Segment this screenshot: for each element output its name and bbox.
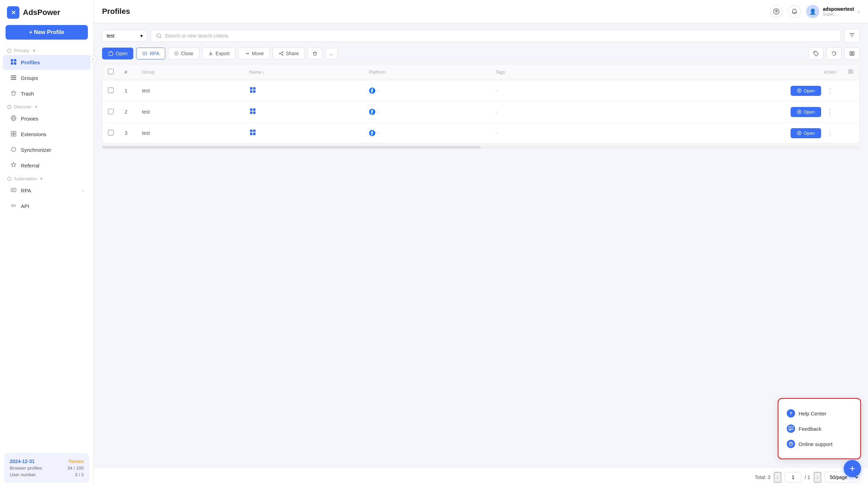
column-settings-button[interactable] xyxy=(844,47,860,60)
filter-button[interactable] xyxy=(844,29,860,42)
svg-rect-13 xyxy=(14,134,16,136)
user-number-value: 3 / 3 xyxy=(75,472,84,477)
row-num: 1 xyxy=(119,80,136,101)
help-popup: ? Help Center Feedback Online support xyxy=(778,398,861,459)
row-open-button[interactable]: Open xyxy=(791,107,821,117)
action-row: Open RPA Close Export Move Share xyxy=(102,47,860,60)
row-action-cell: Open ⋮ xyxy=(584,123,842,144)
synchronizer-icon xyxy=(10,146,17,154)
prev-page-button[interactable]: ‹ xyxy=(774,472,781,482)
sidebar-item-api[interactable]: API xyxy=(3,199,91,214)
table-header-platform: Platform xyxy=(363,64,490,80)
notification-icon-btn[interactable] xyxy=(788,5,801,18)
online-support-item[interactable]: Online support xyxy=(787,436,852,452)
close-button[interactable]: Close xyxy=(168,48,199,59)
row-checkbox[interactable] xyxy=(108,88,114,93)
referral-label: Referral xyxy=(21,163,39,168)
rpa-label: RPA xyxy=(21,188,31,193)
svg-point-22 xyxy=(282,54,283,55)
svg-rect-45 xyxy=(250,133,252,135)
platform-dash: - xyxy=(377,109,379,115)
refresh-icon xyxy=(831,50,837,57)
svg-rect-7 xyxy=(11,79,16,80)
row-platform: - xyxy=(363,123,490,144)
windows-icon xyxy=(249,130,256,137)
row-checkbox-cell[interactable] xyxy=(102,123,119,144)
online-support-icon xyxy=(787,440,795,448)
topbar: Profiles 👤 adspowertest Super... › xyxy=(94,0,868,23)
page-number-input[interactable] xyxy=(785,472,801,482)
logo-icon: ✕ xyxy=(7,6,19,19)
sidebar-collapse-button[interactable]: ‹ xyxy=(90,56,97,63)
row-extra xyxy=(842,123,859,144)
delete-button[interactable] xyxy=(308,48,322,59)
open-icon xyxy=(108,51,114,56)
toolbar-row: test ▾ Search or new search criteria xyxy=(102,29,860,42)
search-placeholder: Search or new search criteria xyxy=(165,33,228,39)
windows-icon xyxy=(249,87,256,95)
row-tags: - xyxy=(490,101,584,123)
user-info[interactable]: 👤 adspowertest Super... › xyxy=(806,5,860,18)
row-tags: - xyxy=(490,80,584,101)
main-content: Profiles 👤 adspowertest Super... › test xyxy=(94,0,868,487)
tag-button[interactable] xyxy=(808,47,824,60)
sidebar-item-profiles[interactable]: Profiles xyxy=(3,55,91,70)
sidebar-item-proxies[interactable]: Proxies xyxy=(3,111,91,126)
fab-button[interactable] xyxy=(844,460,861,477)
svg-point-24 xyxy=(815,52,815,53)
new-profile-button[interactable]: + New Profile xyxy=(6,25,88,40)
more-actions-button[interactable]: ... xyxy=(325,48,338,59)
select-all-checkbox[interactable] xyxy=(108,69,114,74)
export-button[interactable]: Export xyxy=(202,48,235,59)
row-checkbox-cell[interactable] xyxy=(102,80,119,101)
table-header-name[interactable]: Name ↕ xyxy=(244,64,363,80)
rpa-button[interactable]: RPA xyxy=(136,48,165,59)
renew-link[interactable]: Renew xyxy=(68,459,84,464)
referral-icon xyxy=(10,162,17,170)
feedback-item[interactable]: Feedback xyxy=(787,421,852,436)
trash-label: Trash xyxy=(21,91,34,97)
facebook-icon xyxy=(369,108,376,115)
user-number-label: User number xyxy=(10,472,36,477)
svg-rect-31 xyxy=(250,87,252,90)
sidebar-item-trash[interactable]: Trash xyxy=(3,86,91,101)
user-chevron: › xyxy=(858,8,860,15)
svg-rect-44 xyxy=(253,130,256,132)
sidebar-item-synchronizer[interactable]: Synchronizer xyxy=(3,142,91,157)
row-more-button[interactable]: ⋮ xyxy=(824,85,836,96)
sidebar-item-extensions[interactable]: Extensions xyxy=(3,127,91,142)
table-header-checkbox[interactable] xyxy=(102,64,119,80)
row-open-button[interactable]: Open xyxy=(791,128,821,138)
row-extra xyxy=(842,101,859,123)
table-header-extra xyxy=(842,64,859,80)
page-title: Profiles xyxy=(102,7,130,16)
sidebar-logo: ✕ AdsPower xyxy=(0,0,93,25)
sidebar-item-referral[interactable]: Referral xyxy=(3,158,91,173)
facebook-icon xyxy=(369,87,376,94)
table-row: 3 test - - Open ⋮ xyxy=(102,123,859,144)
row-checkbox-cell[interactable] xyxy=(102,101,119,123)
sidebar-item-rpa[interactable]: RPA › xyxy=(3,183,91,198)
row-more-button[interactable]: ⋮ xyxy=(824,106,836,117)
help-center-item[interactable]: ? Help Center xyxy=(787,406,852,421)
move-button[interactable]: Move xyxy=(238,48,269,59)
share-button[interactable]: Share xyxy=(273,48,305,59)
search-bar[interactable]: Search or new search criteria xyxy=(151,30,841,42)
row-more-button[interactable]: ⋮ xyxy=(824,127,836,139)
svg-rect-2 xyxy=(14,59,16,61)
sidebar-item-groups[interactable]: Groups xyxy=(3,71,91,85)
row-open-button[interactable]: Open xyxy=(791,86,821,96)
upload-icon-btn[interactable] xyxy=(770,5,783,18)
group-select[interactable]: test ▾ xyxy=(102,30,147,42)
group-select-value: test xyxy=(107,33,115,39)
row-name xyxy=(244,80,363,101)
row-checkbox[interactable] xyxy=(108,109,114,114)
row-num: 3 xyxy=(119,123,136,144)
refresh-button[interactable] xyxy=(826,47,842,60)
row-checkbox[interactable] xyxy=(108,130,114,135)
open-button[interactable]: Open xyxy=(102,48,133,59)
profiles-label: Profiles xyxy=(21,59,40,65)
sidebar-footer: 2024-12-31 Renew Browser profiles 34 / 1… xyxy=(4,453,89,483)
feedback-icon xyxy=(787,424,795,433)
next-page-button[interactable]: › xyxy=(814,472,821,482)
